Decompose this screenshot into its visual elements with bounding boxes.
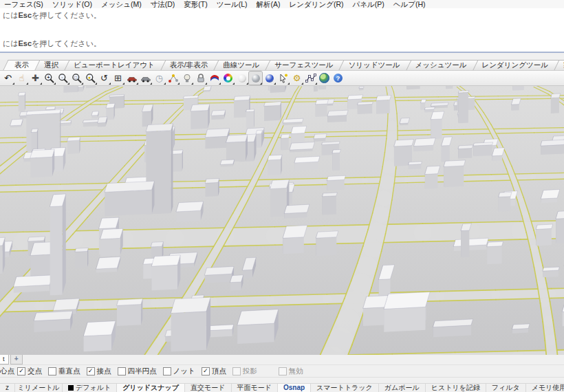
flyout-arrow-icon (191, 83, 193, 85)
view-history-button[interactable]: ◷ (153, 72, 166, 85)
checkbox-icon[interactable]: ✓ (202, 367, 210, 375)
spacer (0, 377, 564, 383)
status-cell-0: z (0, 384, 15, 392)
help-button[interactable]: ? (332, 72, 345, 85)
rotate-view-button[interactable]: ✚ (29, 72, 42, 85)
show-objects-bulb-button[interactable] (180, 72, 193, 85)
viewport-layout-button[interactable]: ⊞ (111, 72, 124, 85)
shaded-mode-icon (252, 74, 260, 83)
menu-item-7[interactable]: レンダリング(R) (285, 0, 348, 8)
zoom-extents-button[interactable]: □ (70, 72, 83, 85)
status-cell-8[interactable]: ガムボール (379, 384, 426, 392)
snapshot-cursor-button[interactable] (276, 72, 290, 85)
flyout-arrow-icon (54, 83, 56, 85)
svg-text:▫: ▫ (61, 74, 63, 79)
toolbar-tab-5[interactable]: サーフェスツール (265, 60, 342, 70)
status-cell-4[interactable]: 直交モード (185, 384, 231, 392)
osnap-label: ノット (173, 367, 195, 376)
osnap-5[interactable]: ✓頂点 (202, 367, 226, 376)
command-prompt-line[interactable]: にはEscを押してください。 (3, 39, 101, 49)
color-wheel-button[interactable] (221, 72, 235, 85)
flyout-arrow-icon (301, 83, 303, 85)
walkabout-car-button[interactable] (139, 72, 152, 85)
status-cell-10[interactable]: フィルタ (486, 384, 526, 392)
osnap-7[interactable]: 無効 (279, 367, 303, 376)
flyout-arrow-icon (95, 83, 97, 85)
status-cell-7[interactable]: スマートトラック (311, 384, 379, 392)
web-globe-button[interactable] (318, 72, 331, 85)
curve-nodes-button[interactable] (304, 72, 317, 85)
pan-hand-button[interactable]: ☝ (15, 72, 28, 85)
checkbox-icon[interactable] (232, 367, 241, 375)
toolbar-tab-0[interactable]: 表示 (6, 60, 38, 70)
toolbar-tab-8[interactable]: レンダリングツール (473, 60, 557, 70)
menu-item-0[interactable]: ーフェス(S) (0, 0, 48, 8)
options-gears-button[interactable]: ⚙ (290, 72, 303, 85)
menu-item-2[interactable]: メッシュ(M) (97, 0, 147, 8)
checkbox-icon[interactable] (279, 367, 287, 375)
menu-item-3[interactable]: 寸法(D) (147, 0, 180, 8)
menu-item-4[interactable]: 変形(T) (180, 0, 212, 8)
spacer (0, 53, 564, 60)
flyout-arrow-icon (219, 83, 221, 85)
status-cell-5[interactable]: 平面モード (232, 384, 278, 392)
menu-item-6[interactable]: 解析(A) (252, 0, 285, 8)
toolbar-tab-3[interactable]: 表示/非表示 (161, 60, 217, 70)
osnap-4[interactable]: ノット (163, 367, 195, 376)
lock-objects-button[interactable] (194, 72, 207, 85)
toolbar-tab-2[interactable]: ビューポートレイアウト (65, 60, 164, 70)
status-cell-3[interactable]: グリッドスナップ (117, 384, 185, 392)
status-cell-label: z (6, 383, 9, 392)
status-cell-6[interactable]: Osnap (278, 384, 311, 392)
zoom-window-button[interactable]: ▫ (56, 72, 69, 85)
layer-state-button[interactable] (208, 72, 221, 85)
menu-item-1[interactable]: ソリッド(O) (48, 0, 97, 8)
viewport-tab-partial[interactable]: t (0, 355, 9, 364)
toolbar-tab-1[interactable]: 選択 (35, 60, 67, 70)
rotate-camera-button[interactable]: ↺ (98, 72, 111, 85)
rendered-mode-button[interactable] (263, 72, 276, 85)
toolbar-tab-label: メッシュツール (415, 61, 467, 69)
status-cell-1[interactable]: ミリメートル (15, 384, 63, 392)
osnap-label: 投影 (243, 367, 257, 376)
osnap-3[interactable]: 四半円点 (118, 367, 157, 376)
toolbar-tab-6[interactable]: ソリッドツール (340, 60, 409, 70)
rotate-view-icon: ✚ (32, 74, 39, 83)
flyout-arrow-icon (12, 83, 14, 85)
osnap-label: 接点 (97, 367, 111, 376)
status-cell-label: スマートトラック (316, 383, 373, 392)
status-cell-9[interactable]: ヒストリを記録 (426, 384, 486, 392)
wireframe-mode-button[interactable] (235, 72, 248, 85)
cplane-nodes-button[interactable] (166, 72, 180, 85)
checkbox-icon[interactable] (163, 367, 171, 375)
osnap-0[interactable]: ✓交点 (17, 367, 42, 376)
new-viewport-tab-button[interactable]: + (10, 355, 23, 364)
flyout-arrow-icon (67, 83, 69, 85)
osnap-partial-label: 心点 (0, 367, 14, 376)
web-globe-icon (319, 73, 329, 83)
zoom-dynamic-button[interactable]: + (43, 72, 56, 85)
status-cell-2[interactable]: デフォルト (63, 384, 117, 392)
osnap-1[interactable]: 垂直点 (48, 367, 80, 376)
shaded-mode-button[interactable] (249, 72, 262, 85)
flyout-arrow-icon (315, 83, 317, 85)
menu-item-5[interactable]: ツール(L) (213, 0, 252, 8)
osnap-2[interactable]: ✓接点 (87, 367, 111, 376)
menu-item-8[interactable]: パネル(P) (349, 0, 389, 8)
checkbox-icon[interactable]: ✓ (87, 367, 95, 375)
command-area[interactable]: にはEscを押してください。 にはEscを押してください。 (0, 8, 564, 53)
toolbar-tab-7[interactable]: メッシュツール (406, 60, 476, 70)
named-view-car-button[interactable] (125, 72, 138, 85)
status-cell-label: 平面モード (237, 383, 272, 392)
status-cell-label: デフォルト (76, 383, 111, 392)
checkbox-icon[interactable] (118, 367, 126, 375)
zoom-target-button[interactable]: ● (84, 72, 97, 85)
toolbar-tab-4[interactable]: 曲線ツール (214, 60, 268, 70)
viewport-layout-icon: ⊞ (114, 74, 122, 83)
checkbox-icon[interactable]: ✓ (17, 367, 25, 375)
undo-view-button[interactable]: ↶ (1, 72, 14, 85)
osnap-6[interactable]: 投影 (232, 367, 257, 376)
menu-item-9[interactable]: ヘルプ(H) (389, 0, 431, 8)
perspective-viewport[interactable] (0, 86, 564, 355)
checkbox-icon[interactable] (48, 367, 56, 375)
